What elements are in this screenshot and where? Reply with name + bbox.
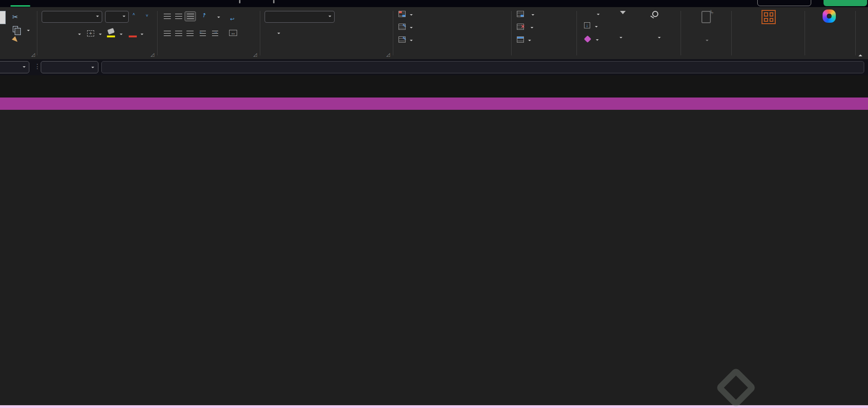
- format-cells-icon: [517, 36, 524, 43]
- ribbon: ✂ ◿ ˄ ˅ + ◿: [0, 7, 868, 59]
- clear-icon[interactable]: [584, 35, 592, 43]
- platzi-logo-icon: [715, 367, 757, 408]
- title-bar: [0, 0, 868, 7]
- name-box-chevron-icon: [23, 66, 26, 69]
- formula-bar: ⋮: [0, 59, 868, 75]
- decrease-font-button[interactable]: ˅: [146, 13, 148, 21]
- insert-cells-button[interactable]: [517, 9, 534, 19]
- excel-window: ✂ ◿ ˄ ˅ + ◿: [0, 0, 868, 408]
- group-numero: ◿: [261, 7, 393, 59]
- conditional-formatting-button[interactable]: [399, 9, 413, 19]
- borders-icon[interactable]: +: [87, 30, 94, 36]
- font-name-combo[interactable]: [42, 11, 102, 23]
- autosum-chevron-icon[interactable]: [597, 14, 600, 17]
- name-box[interactable]: [0, 61, 29, 73]
- dialog-launcher-icon[interactable]: ◿: [253, 52, 257, 57]
- wrap-text-icon[interactable]: ↩: [230, 12, 234, 21]
- format-cells-button[interactable]: [517, 35, 531, 45]
- share-button[interactable]: [824, 0, 867, 6]
- group-copilot: [806, 7, 854, 59]
- orientation-icon[interactable]: ↗: [200, 11, 208, 19]
- dialog-launcher-icon[interactable]: ◿: [31, 52, 35, 57]
- fx-chevron-icon[interactable]: [91, 67, 94, 70]
- currency-chevron-icon[interactable]: [277, 33, 280, 35]
- find-select-button[interactable]: [638, 24, 679, 41]
- align-bottom-icon[interactable]: [187, 14, 194, 19]
- partial-row[interactable]: [0, 405, 868, 408]
- orientation-chevron-icon[interactable]: [217, 17, 220, 19]
- number-format-combo[interactable]: [265, 11, 335, 23]
- sort-filter-button[interactable]: [600, 24, 640, 41]
- fill-chevron-icon[interactable]: [595, 26, 598, 29]
- underline-chevron-icon[interactable]: [78, 34, 81, 36]
- font-color-chevron-icon[interactable]: [141, 34, 143, 36]
- fill-color-chevron-icon[interactable]: [120, 34, 123, 36]
- align-middle-icon[interactable]: [175, 14, 182, 19]
- insert-cells-icon: [517, 11, 524, 17]
- table-header-row: [0, 98, 868, 110]
- find-select-icon[interactable]: [652, 11, 658, 17]
- delete-cells-button[interactable]: [517, 22, 533, 32]
- group-celdas: [512, 7, 576, 59]
- font-size-combo[interactable]: [105, 11, 129, 23]
- format-as-table-icon: [399, 24, 406, 30]
- fill-down-icon[interactable]: ↓: [584, 22, 590, 28]
- comments-button[interactable]: [757, 0, 811, 6]
- conditional-formatting-icon: [399, 11, 406, 17]
- drag-handle-icon[interactable]: ⋮: [34, 62, 41, 70]
- copy-icon[interactable]: [13, 26, 18, 32]
- dialog-launcher-icon[interactable]: ◿: [151, 52, 154, 57]
- active-tab-indicator: [10, 5, 30, 7]
- group-portapapeles: ✂ ◿: [0, 7, 37, 59]
- merge-center-icon[interactable]: ↔: [229, 30, 237, 36]
- borders-chevron-icon[interactable]: [99, 34, 102, 36]
- cell-styles-icon: [399, 36, 406, 43]
- delete-cells-icon: [517, 24, 524, 30]
- group-alineacion: ↗ ↩ ← → ↔ ◿: [158, 7, 260, 59]
- group-edicion: ↓: [577, 7, 681, 59]
- dialog-launcher-icon[interactable]: ◿: [386, 52, 390, 57]
- group-fuente: ˄ ˅ + ◿: [38, 7, 157, 59]
- copy-chevron-icon[interactable]: [27, 30, 30, 33]
- sensitivity-button: [682, 27, 731, 44]
- fill-color-icon[interactable]: [107, 28, 115, 35]
- cell-styles-button[interactable]: [399, 35, 413, 45]
- collapse-ribbon-icon[interactable]: [859, 53, 862, 56]
- group-confidencialidad: [682, 7, 731, 59]
- paste-icon[interactable]: [0, 11, 6, 24]
- format-painter-icon[interactable]: [12, 36, 21, 45]
- align-center-icon[interactable]: [175, 31, 182, 36]
- align-top-icon[interactable]: [164, 14, 171, 19]
- group-estilos: [394, 7, 511, 59]
- add-ins-icon[interactable]: [762, 10, 776, 24]
- formula-input[interactable]: [101, 61, 864, 73]
- group-complementos: [732, 7, 805, 59]
- format-as-table-button[interactable]: [399, 22, 413, 32]
- align-right-icon[interactable]: [186, 31, 194, 36]
- cut-icon[interactable]: ✂: [12, 13, 18, 21]
- align-left-icon[interactable]: [164, 31, 171, 36]
- increase-font-button[interactable]: ˄: [133, 12, 135, 22]
- copilot-icon[interactable]: [823, 9, 836, 23]
- clear-chevron-icon[interactable]: [596, 39, 599, 42]
- sensitivity-icon: [701, 11, 711, 23]
- column-headers: [0, 75, 868, 98]
